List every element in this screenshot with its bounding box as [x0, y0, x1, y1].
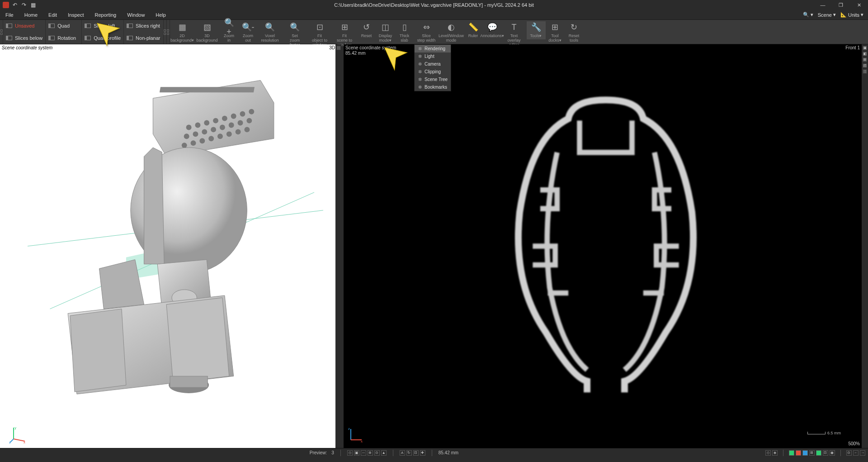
viewport-2d[interactable]: Scene coordinate system 85.42 mm Front 1… [344, 44, 868, 448]
dropdown-light[interactable]: ✲Light [415, 52, 451, 60]
status-icon[interactable]: ◉ [830, 450, 835, 456]
status-icon[interactable] [789, 450, 794, 456]
viewport-3d[interactable]: Scene coordinate system 3D [0, 44, 342, 448]
search-tool[interactable]: 🔍 ▾ [803, 12, 813, 18]
menu-help[interactable]: Help [150, 11, 171, 19]
vp-tool-btn[interactable]: ⊞ [863, 57, 867, 62]
status-icon[interactable]: ⊞ [809, 450, 815, 456]
preview-label: Preview: [310, 450, 327, 455]
tool-voxel-resolution[interactable]: 🔍Voxelresolution [258, 21, 283, 44]
tool-icon: ▦ [177, 22, 188, 33]
layout-quad[interactable]: Quad [46, 20, 82, 32]
vp-tool-btn[interactable]: ◰ [863, 63, 867, 68]
status-icon[interactable]: ⊕ [368, 450, 373, 456]
dropdown-rendering[interactable]: ✲Rendering [415, 45, 451, 52]
svg-point-25 [236, 129, 241, 134]
layout-slices-below[interactable]: Slices below [3, 32, 46, 44]
svg-point-14 [211, 127, 216, 132]
svg-rect-27 [160, 87, 255, 92]
tool-thick-slab[interactable]: ▯Thickslab [395, 21, 414, 44]
tool-icon: 🔍- [243, 22, 254, 33]
menu-window[interactable]: Window [122, 11, 150, 19]
units-selector[interactable]: 📐 Units ▾ [840, 12, 863, 18]
status-icon[interactable]: ▲ [381, 450, 387, 456]
svg-rect-31 [170, 376, 208, 387]
undo-icon[interactable]: ↶ [12, 2, 18, 8]
status-icon[interactable] [796, 450, 801, 456]
status-icon[interactable]: ⊙ [374, 450, 380, 456]
tool-reset-tools[interactable]: ↻Resettools [565, 21, 584, 44]
svg-text:x: x [24, 440, 25, 443]
vp-tool-btn[interactable] [336, 46, 341, 50]
gear-icon: ✲ [417, 62, 422, 67]
status-icon[interactable]: ← [853, 450, 859, 456]
vp-tool-btn[interactable]: ⋮ [863, 69, 867, 74]
close-button[interactable]: ✕ [850, 0, 868, 10]
status-icon[interactable]: ◇ [347, 450, 353, 456]
menu-file[interactable]: File [0, 11, 19, 19]
svg-point-21 [199, 138, 205, 143]
tool-3d-background[interactable]: ▧3Dbackground [195, 21, 220, 44]
menu-edit[interactable]: Edit [43, 11, 62, 19]
layout-icon [127, 24, 133, 28]
tool-level-window-mode[interactable]: ◐Level/Windowmode [439, 21, 464, 44]
ribbon-grip-2[interactable] [164, 20, 167, 44]
minimize-button[interactable]: — [814, 0, 832, 10]
svg-point-8 [231, 114, 236, 119]
redo-icon[interactable]: ↷ [21, 2, 27, 8]
status-icon[interactable] [816, 450, 821, 456]
tutorial-cursor-2 [383, 45, 408, 72]
svg-text:y: y [14, 426, 16, 430]
vp3d-side-tools [335, 44, 342, 448]
svg-point-11 [184, 133, 189, 139]
status-icon[interactable]: ↻ [406, 450, 412, 456]
status-icon[interactable]: → [860, 450, 865, 456]
status-icon[interactable]: ↔ [361, 450, 366, 456]
layout-icon [6, 36, 12, 40]
dropdown-scene-tree[interactable]: ✲Scene Tree [415, 76, 451, 83]
dropdown-clipping[interactable]: ✲Clipping [415, 68, 451, 76]
tool-reset[interactable]: ↺Reset [357, 21, 376, 39]
tool-slice-step-width[interactable]: ⇔Slicestep width [414, 21, 439, 44]
status-icon[interactable] [802, 450, 808, 456]
tool-zoom-in[interactable]: 🔍+Zoomin [220, 21, 239, 44]
tool-ruler[interactable]: 📏Ruler [464, 21, 483, 39]
scene-selector[interactable]: Scene ▾ [818, 12, 836, 18]
status-icon[interactable]: ◇ [765, 450, 771, 456]
status-icon[interactable]: ⊡ [413, 450, 419, 456]
vp-tool-btn[interactable]: ◧ [863, 52, 867, 56]
tool-annotations[interactable]: 💬Annotations▾ [483, 21, 502, 39]
status-icon[interactable]: ◈ [772, 450, 778, 456]
tool-2d-background[interactable]: ▦2Dbackground▾ [170, 21, 195, 44]
svg-point-5 [204, 120, 209, 126]
ribbon-grip-3[interactable] [167, 20, 170, 44]
menu-reporting[interactable]: Reporting [90, 11, 122, 19]
tool-tool-docks[interactable]: ⊞Tooldocks▾ [546, 21, 565, 44]
tool-zoom-out[interactable]: 🔍-Zoomout [239, 21, 258, 44]
tool-icon: 📏 [468, 22, 479, 33]
menu-inspect[interactable]: Inspect [62, 11, 89, 19]
status-icon[interactable]: A [400, 450, 405, 456]
layout-non-planar[interactable]: Non-planar [124, 32, 163, 44]
maximize-button[interactable]: ❐ [832, 0, 850, 10]
vp-tool-btn[interactable]: ▣ [863, 46, 867, 50]
gear-icon: ✲ [417, 77, 422, 82]
dropdown-bookmarks[interactable]: ✲Bookmarks [415, 83, 451, 91]
ribbon-grip[interactable] [0, 20, 3, 44]
status-icon[interactable]: ⊙ [846, 450, 852, 456]
tool-tools[interactable]: 🔧Tools▾ [527, 21, 546, 39]
status-icon[interactable]: ✚ [420, 450, 425, 456]
menu-home[interactable]: Home [19, 11, 43, 19]
dropdown-camera[interactable]: ✲Camera [415, 60, 451, 68]
tool-display-mode[interactable]: ◫Displaymode▾ [376, 21, 395, 44]
status-icon[interactable]: ▣ [354, 450, 359, 456]
tool-icon: ▯ [399, 22, 410, 33]
layout-slices-right[interactable]: Slices right [124, 20, 163, 32]
layout-rotation[interactable]: Rotation [46, 32, 82, 44]
svg-point-26 [244, 127, 250, 132]
layout-unsaved[interactable]: Unsaved [3, 20, 46, 32]
vp2d-side-tools: ▣ ◧ ⊞ ◰ ⋮ [862, 44, 868, 448]
status-icon[interactable]: ⊡ [823, 450, 828, 456]
render-3d-content [9, 53, 333, 439]
layout-icon[interactable]: ▦ [30, 2, 36, 8]
